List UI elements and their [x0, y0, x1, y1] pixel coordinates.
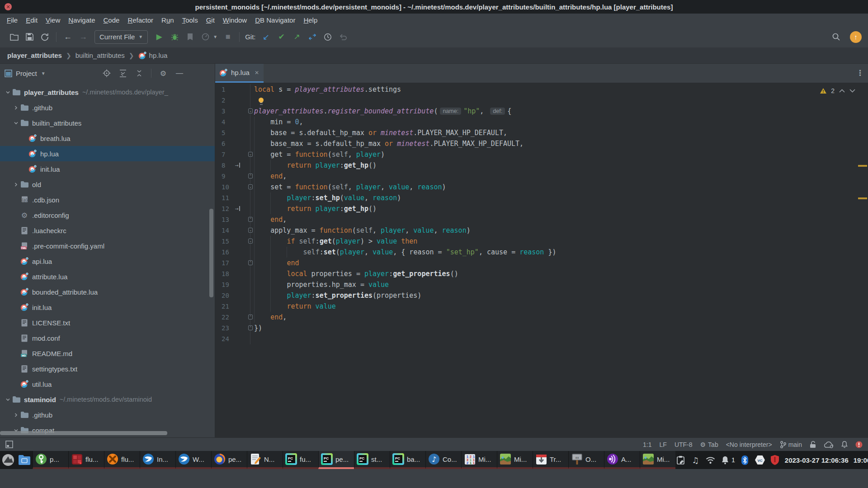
breadcrumb-item[interactable]: player_attributes [7, 52, 62, 59]
breadcrumb-item[interactable]: builtin_attributes [75, 52, 125, 59]
menu-navigate[interactable]: Navigate [64, 16, 99, 24]
launcher-file-manager[interactable] [16, 451, 33, 469]
taskbar-window-1[interactable]: p... [33, 451, 68, 469]
taskbar-window-7[interactable]: N... [247, 451, 283, 469]
tree-item-compat[interactable]: compat [0, 422, 215, 437]
taskbar-window-17[interactable]: A... [604, 451, 640, 469]
tree-item-license-txt[interactable]: LICENSE.txt [0, 315, 215, 330]
code-line-19[interactable]: 19properties.hp_max = value [215, 279, 868, 290]
tree-item--luacheckrc[interactable]: .luacheckrc [0, 223, 215, 238]
tree-item-settingtypes-txt[interactable]: settingtypes.txt [0, 361, 215, 376]
taskbar-window-8[interactable]: PCfu... [283, 451, 318, 469]
tree-vertical-scrollbar[interactable] [209, 209, 213, 297]
next-warning-icon[interactable] [849, 89, 855, 93]
code-line-20[interactable]: 20player:set_properties(properties) [215, 290, 868, 301]
save-all-icon[interactable] [23, 31, 36, 43]
menu-window[interactable]: Window [219, 16, 251, 24]
code-line-4[interactable]: 4min = 0, [215, 117, 868, 127]
code-line-21[interactable]: 21return value [215, 301, 868, 312]
status-notifications[interactable] [841, 441, 848, 448]
rollback-icon[interactable] [337, 31, 349, 43]
open-file-icon[interactable] [8, 31, 20, 43]
code-line-1[interactable]: 1local s = player_attributes.settings [215, 84, 868, 95]
expand-all-icon[interactable] [118, 69, 127, 78]
warning-stripe-mark[interactable] [858, 197, 867, 199]
menu-file[interactable]: File [3, 16, 22, 24]
tree-item-bounded-attribute-lua[interactable]: bounded_attribute.lua [0, 284, 215, 300]
forward-icon[interactable]: → [77, 31, 90, 43]
taskbar-window-18[interactable]: Mi... [640, 451, 675, 469]
locate-file-icon[interactable] [102, 69, 111, 78]
tab-hp-lua[interactable]: hp.lua ✕ [215, 64, 264, 83]
tree-item--github[interactable]: .github [0, 407, 215, 422]
taskbar-window-13[interactable]: 121311211Mi... [461, 451, 497, 469]
code-line-13[interactable]: 13⌃end, [215, 214, 868, 225]
taskbar-window-9[interactable]: PCpe... [318, 451, 354, 469]
chevron-right-icon[interactable] [12, 413, 20, 418]
taskbar-window-6[interactable]: pe... [211, 451, 247, 469]
profiler-dropdown-icon[interactable]: ▼ [213, 34, 217, 39]
project-view-dropdown-icon[interactable]: ▼ [41, 71, 46, 76]
taskbar-window-2[interactable]: flu... [68, 451, 104, 469]
tray-veracrypt-icon[interactable]: VC [755, 455, 765, 465]
chevron-down-icon[interactable] [4, 90, 12, 95]
code-line-10[interactable]: 10⌄set = function(self, player, value, r… [215, 182, 868, 192]
tray-shield-icon[interactable] [770, 455, 780, 465]
code-line-8[interactable]: 8→return player:get_hp() [215, 160, 868, 171]
code-line-9[interactable]: 9⌃end, [215, 171, 868, 182]
menu-code[interactable]: Code [99, 16, 124, 24]
sync-icon[interactable] [38, 31, 51, 43]
menu-edit[interactable]: Edit [22, 16, 42, 24]
project-panel-title[interactable]: Project [16, 70, 37, 77]
tree-item--cdb-json[interactable]: {@}.cdb.json [0, 192, 215, 207]
git-merge-icon[interactable] [306, 31, 319, 43]
debug-button[interactable] [168, 31, 181, 43]
code-line-7[interactable]: 7⌄get = function(self, player) [215, 149, 868, 160]
tree-item-hp-lua[interactable]: hp.lua [0, 146, 215, 161]
fold-region-end-icon[interactable]: ⌃ [248, 217, 253, 222]
tree-horizontal-scrollbar[interactable] [0, 431, 167, 435]
menu-view[interactable]: View [42, 16, 64, 24]
tray-music-icon[interactable]: ♫ [690, 455, 700, 465]
taskbar-window-3[interactable]: flu... [104, 451, 140, 469]
code-line-18[interactable]: 18local properties = player:get_properti… [215, 268, 868, 279]
tray-wifi-icon[interactable] [705, 455, 715, 465]
code-line-6[interactable]: 6base_max = s.default_hp_max or minetest… [215, 138, 868, 149]
chevron-down-icon[interactable] [4, 397, 12, 402]
fold-region-end-icon[interactable]: ⌃ [248, 260, 253, 265]
git-commit-icon[interactable]: ✔ [275, 31, 288, 43]
code-line-3[interactable]: 3⌄player_attributes.register_bounded_att… [215, 106, 868, 117]
ide-update-icon[interactable]: ↑ [850, 31, 862, 43]
fold-region-end-icon[interactable]: ⌃ [248, 325, 253, 330]
code-line-24[interactable]: 24 [215, 333, 868, 344]
status-error-indicator[interactable] [855, 441, 863, 448]
git-push-icon[interactable]: ↗ [291, 31, 303, 43]
menu-run[interactable]: Run [157, 16, 178, 24]
code-line-22[interactable]: 22⌃end, [215, 312, 868, 323]
taskbar-window-14[interactable]: Mi... [497, 451, 533, 469]
tree-item--github[interactable]: .github [0, 100, 215, 115]
code-line-2[interactable]: 2 [215, 95, 868, 106]
tree-item-old[interactable]: old [0, 177, 215, 192]
status-git-branch[interactable]: main [780, 441, 802, 448]
code-line-14[interactable]: 14⌄apply_max = function(self, player, va… [215, 225, 868, 236]
fold-region-end-icon[interactable]: ⌃ [248, 174, 253, 178]
tree-item-readme-md[interactable]: MDREADME.md [0, 346, 215, 361]
intention-bulb-icon[interactable] [258, 98, 264, 103]
tree-item-player-attributes[interactable]: player_attributes~/.minetest/mods.dev/pl… [0, 84, 215, 100]
tool-window-toggle-icon[interactable] [5, 441, 13, 448]
menu-help[interactable]: Help [299, 16, 321, 24]
tree-item--editorconfig[interactable]: ⚙.editorconfig [0, 207, 215, 223]
status-cloud-sync[interactable] [824, 441, 834, 448]
tree-item-mod-conf[interactable]: mod.conf [0, 330, 215, 346]
code-line-17[interactable]: 17⌃end [215, 258, 868, 268]
status-interpreter[interactable]: <No interpreter> [726, 441, 772, 448]
stop-icon[interactable]: ■ [222, 31, 234, 43]
breadcrumb-item[interactable]: hp.lua [138, 52, 168, 60]
fold-region-start-icon[interactable]: ⌄ [248, 228, 253, 233]
taskbar-window-4[interactable]: In... [140, 451, 175, 469]
tree-item--pre-commit-config-yaml[interactable]: YML.pre-commit-config.yaml [0, 238, 215, 253]
menu-git[interactable]: Git [202, 16, 219, 24]
taskbar-window-15[interactable]: Tr... [533, 451, 568, 469]
fold-region-start-icon[interactable]: ⌄ [248, 108, 253, 113]
